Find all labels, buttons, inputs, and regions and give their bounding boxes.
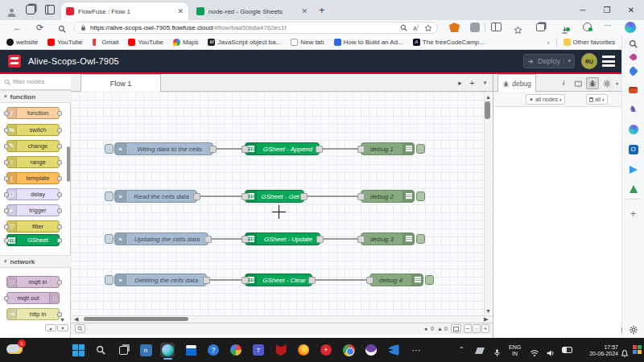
output-port[interactable] (209, 146, 217, 153)
palette-node-function[interactable]: ƒ function (6, 107, 60, 119)
sidebar-designer-icon[interactable] (627, 123, 639, 135)
chrome-icon[interactable] (341, 343, 356, 357)
input-port[interactable] (242, 146, 249, 153)
output-port[interactable] (316, 146, 323, 153)
wire[interactable] (197, 195, 245, 197)
zoom-in-button[interactable]: + (481, 324, 489, 333)
microsoft-store-icon[interactable] (184, 343, 198, 357)
palette-scroll-down-icon[interactable]: ▼ (60, 317, 65, 323)
window-minimize-button[interactable]: ─ (573, 0, 592, 19)
edge-taskbar-icon[interactable] (160, 343, 175, 357)
deploy-button[interactable]: Deploy ▾ (523, 54, 575, 68)
microphone-tray-icon[interactable] (493, 345, 502, 360)
start-button[interactable] (71, 343, 85, 357)
gsheet-get-node[interactable]: GSheet - Get (245, 190, 304, 203)
other-favorites[interactable]: Other favorites (564, 39, 615, 46)
github-desktop-icon[interactable] (364, 343, 378, 357)
output-port[interactable] (316, 236, 324, 243)
output-port[interactable] (193, 193, 200, 200)
bookmarks-overflow-chevron[interactable]: › (547, 39, 550, 47)
zoom-out-button[interactable]: − (464, 324, 472, 333)
favorite-star-icon[interactable] (424, 24, 432, 32)
wire[interactable] (208, 238, 245, 240)
tab-close-icon[interactable]: ✕ (177, 8, 184, 15)
vscode-icon[interactable] (386, 343, 401, 357)
flow-list-caret[interactable]: ▾ (480, 77, 490, 88)
palette-node-change[interactable]: ✎ change (6, 140, 60, 152)
palette-node-mqtt-in[interactable]: mqtt in (6, 276, 60, 288)
language-indicator[interactable]: ENGIN (509, 344, 521, 357)
input-port[interactable] (357, 193, 365, 200)
output-port[interactable] (204, 236, 212, 243)
battery-tray-icon[interactable] (562, 347, 572, 353)
new-tab-button[interactable]: + (319, 4, 325, 16)
zoom-icon[interactable] (400, 24, 407, 31)
debug-toggle-button[interactable] (416, 234, 425, 244)
read-aloud-icon[interactable]: A) (413, 23, 419, 32)
palette-scrollbar-thumb[interactable] (67, 146, 70, 182)
reload-icon[interactable]: ⟳ (36, 23, 43, 32)
scroll-up-icon[interactable]: ▲ (485, 94, 491, 100)
sidebar-tree-icon[interactable] (627, 183, 639, 195)
inject-button[interactable] (105, 191, 114, 201)
palette-category-function[interactable]: ▾ function (0, 90, 71, 103)
inject-button[interactable] (105, 234, 114, 244)
tab-scroll-icon[interactable]: ▸ (455, 77, 465, 88)
user-avatar[interactable]: RU (581, 53, 597, 69)
tab-google-sheets[interactable]: node-red - Google Sheets ✕ (192, 2, 312, 20)
output-port[interactable] (203, 277, 210, 284)
bookmark-youtube-2[interactable]: YouTube (128, 39, 163, 46)
sidebar-settings-gear-icon[interactable] (627, 323, 639, 335)
sidebar-drop-icon[interactable] (627, 163, 639, 175)
sidebar-toolbox-icon[interactable] (627, 84, 639, 96)
taskbar-search-icon[interactable] (93, 343, 108, 357)
wire[interactable] (320, 148, 361, 150)
input-port[interactable] (242, 277, 249, 284)
bookmark-website[interactable]: website (6, 39, 38, 46)
debug-toggle-button[interactable] (425, 275, 434, 285)
copilot-icon[interactable] (625, 22, 636, 33)
sidebar-add-icon[interactable]: + (627, 208, 639, 220)
flow-canvas[interactable]: » Witing data to the cells GSheet - Appe… (71, 92, 493, 315)
bookmark-new-tab[interactable]: New tab (291, 39, 324, 46)
sidebar-games-icon[interactable]: ♞ (627, 103, 639, 115)
palette-category-network[interactable]: ▾ network (0, 255, 71, 268)
palette-node-trigger[interactable]: ▸ trigger (6, 204, 60, 216)
bookmark-gmail[interactable]: Gmail (93, 39, 119, 46)
palette-node-http-in[interactable]: ⇥ http in (6, 308, 60, 320)
debug-node[interactable]: debug 4 (369, 274, 423, 286)
home-search-icon[interactable] (58, 24, 66, 33)
footer-search-button[interactable] (75, 324, 85, 333)
inject-button[interactable] (105, 144, 114, 154)
gsheet-clear-node[interactable]: GSheet - Clear (245, 274, 312, 286)
debug-node[interactable]: debug 3 (361, 232, 415, 245)
input-port[interactable] (242, 193, 249, 200)
palette-collapse-up-button[interactable]: ▴ (45, 324, 56, 331)
palette-node-mqtt-out[interactable]: mqtt out (6, 292, 60, 304)
input-port[interactable] (366, 277, 374, 284)
scroll-down-icon[interactable]: ▼ (485, 308, 491, 314)
debug-node[interactable]: debug 2 (361, 190, 415, 203)
profile-icon[interactable] (6, 5, 17, 15)
wire[interactable] (312, 279, 369, 281)
input-port[interactable] (357, 146, 365, 153)
tab-flowfuse[interactable]: FlowFuse : Flow 1 ✕ (61, 2, 188, 20)
extension-icon[interactable] (470, 23, 480, 32)
debug-clear-button[interactable]: all ▾ (586, 94, 608, 105)
palette-node-range[interactable]: ↕ range (6, 156, 60, 168)
notifications-bell-icon[interactable] (620, 345, 630, 360)
tray-expand-chevron[interactable]: ⌃ (459, 346, 464, 353)
debug-toggle-button[interactable] (416, 191, 425, 201)
collections-icon[interactable] (536, 23, 545, 31)
debug-filter-button[interactable]: ▼ all nodes ▾ (526, 94, 565, 105)
taskbar-overflow-icon[interactable]: ⋯ (409, 343, 423, 357)
wire[interactable] (213, 148, 245, 150)
teams-icon[interactable]: T (251, 343, 266, 357)
palette-node-gsheet[interactable]: mqtt in GSheet (6, 234, 60, 246)
inject-button[interactable] (105, 275, 114, 285)
canvas-vertical-scrollbar[interactable] (484, 92, 491, 315)
tab-close-icon[interactable]: ✕ (301, 8, 308, 15)
debug-tab[interactable]: debug (497, 74, 536, 93)
bookmark-javascript[interactable]: MJavaScript object ba... (208, 39, 281, 46)
workspaces-icon[interactable] (26, 5, 35, 14)
